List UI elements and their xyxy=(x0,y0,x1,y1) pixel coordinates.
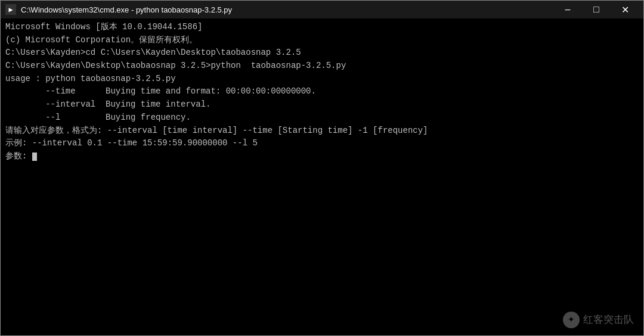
console-line: C:\Users\Kayden\Desktop\taobaosnap 3.2.5… xyxy=(5,60,639,73)
console-line: (c) Microsoft Corporation。保留所有权利。 xyxy=(5,34,639,47)
console-line: --time Buying time and format: 00:00:00:… xyxy=(5,85,639,98)
close-button[interactable]: ✕ xyxy=(611,1,639,18)
cursor-blink xyxy=(32,153,37,161)
watermark-icon: ✦ xyxy=(563,312,580,328)
title-bar-text: C:\Windows\system32\cmd.exe - python tao… xyxy=(21,5,554,14)
console-lines: Microsoft Windows [版本 10.0.19044.1586](c… xyxy=(5,21,639,163)
console-line: usage : python taobaosnap-3.2.5.py xyxy=(5,73,639,86)
console-output[interactable]: Microsoft Windows [版本 10.0.19044.1586](c… xyxy=(1,18,643,335)
title-bar: ▶ C:\Windows\system32\cmd.exe - python t… xyxy=(1,1,643,18)
console-line: Microsoft Windows [版本 10.0.19044.1586] xyxy=(5,21,639,34)
maximize-button[interactable]: □ xyxy=(583,1,610,18)
minimize-button[interactable]: – xyxy=(554,1,581,18)
window-controls: – □ ✕ xyxy=(554,1,639,18)
cmd-window: ▶ C:\Windows\system32\cmd.exe - python t… xyxy=(0,0,644,336)
console-line: 示例: --interval 0.1 --time 15:59:59.90000… xyxy=(5,137,639,150)
console-line: 请输入对应参数，格式为: --interval [time interval] … xyxy=(5,125,639,138)
console-line: --interval Buying time interval. xyxy=(5,98,639,111)
console-line: C:\Users\Kayden>cd C:\Users\Kayden\Deskt… xyxy=(5,46,639,60)
console-line: --l Buying frequency. xyxy=(5,111,639,125)
console-line: 参数: xyxy=(5,150,639,163)
watermark: ✦ 红客突击队 xyxy=(563,312,634,328)
watermark-text: 红客突击队 xyxy=(583,312,634,328)
window-icon: ▶ xyxy=(5,4,16,15)
cmd-icon: ▶ xyxy=(8,5,13,14)
